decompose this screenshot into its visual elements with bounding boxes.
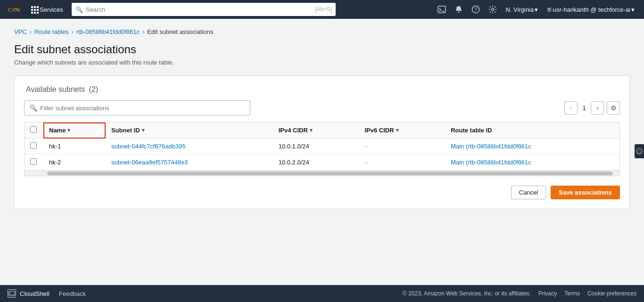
feedback-link[interactable]: Feedback [59,290,86,297]
breadcrumb-route-tables[interactable]: Route tables [34,28,69,35]
subnets-table: Name ▾ Subnet ID ▾ [24,122,620,176]
cell-ipv4-0: 10.0.1.0/24 [273,139,359,155]
action-row: Cancel Save associations [24,186,620,199]
card-header: Available subnets (2) [24,85,620,94]
user-menu[interactable]: tf-usr-harikanth @ techforce-ai ▾ [544,6,638,13]
pagination-settings[interactable]: ⚙ [607,101,620,114]
page-subtitle: Change which subnets are associated with… [14,59,630,66]
svg-point-3 [491,8,494,11]
region-selector[interactable]: N. Virginia ▾ [502,6,542,13]
search-box[interactable]: 🔍 [Alt+S] [72,3,336,16]
settings-icon[interactable] [485,2,500,17]
row-checkbox-0[interactable] [30,142,37,149]
cancel-button[interactable]: Cancel [511,186,546,199]
cell-subnet-id-1[interactable]: subnet-06eaa9ef5757448e3 [106,155,273,171]
ipv6-sort-icon: ▾ [396,127,399,133]
cell-name-1: hk-2 [43,155,106,171]
search-input[interactable] [86,6,312,13]
feedback-side-icon[interactable]: ⬡ [635,144,644,158]
pagination-prev[interactable]: ‹ [564,101,578,114]
bottombar-right: © 2023, Amazon Web Services, Inc. or its… [403,290,636,297]
table-header-row: Name ▾ Subnet ID ▾ [25,122,619,139]
pagination-number: 1 [580,105,588,112]
search-icon: 🔍 [75,6,83,13]
terminal-icon[interactable] [434,2,449,17]
privacy-link[interactable]: Privacy [538,290,557,297]
ipv4-sort-icon: ▾ [310,127,313,133]
col-ipv6[interactable]: IPv6 CIDR ▾ [359,122,445,139]
bottombar: CloudShell Feedback © 2023, Amazon Web S… [0,285,644,302]
cell-ipv6-0: – [359,139,445,155]
cookie-link[interactable]: Cookie preferences [587,290,636,297]
services-menu[interactable]: Services [27,4,67,15]
filter-input[interactable] [40,105,245,112]
content-area: VPC › Route tables › rtb-08586b41fdd0f86… [0,19,644,285]
breadcrumb: VPC › Route tables › rtb-08586b41fdd0f86… [14,28,630,35]
topnav-right: ? N. Virginia ▾ tf-usr-harikanth @ techf… [434,2,639,17]
topnav: Services 🔍 [Alt+S] ? N. Virginia ▾ tf-us… [0,0,644,19]
filter-input-wrap[interactable]: 🔍 [24,100,250,115]
breadcrumb-sep-2: › [72,29,74,35]
breadcrumb-sep-1: › [30,29,32,35]
cell-route-table-0[interactable]: Main (rtb-08586b41fdd0f861c [445,139,619,155]
col-ipv4[interactable]: IPv4 CIDR ▾ [273,122,359,139]
filter-search-icon: 🔍 [29,104,37,112]
svg-text:?: ? [474,7,477,12]
aws-logo[interactable] [6,4,23,15]
cell-route-table-1[interactable]: Main (rtb-08586b41fdd0f861c [445,155,619,171]
svg-text:⬡: ⬡ [637,149,641,154]
cloudshell-icon [8,289,16,298]
main-wrapper: VPC › Route tables › rtb-08586b41fdd0f86… [0,19,644,285]
pagination-next[interactable]: › [591,101,604,114]
scrollbar-thumb [47,171,613,175]
breadcrumb-sep-3: › [142,29,144,35]
page-title: Edit subnet associations [14,43,630,56]
question-icon[interactable]: ? [468,2,483,17]
pagination: ‹ 1 › ⚙ [564,101,620,114]
subnet-id-sort-icon: ▾ [142,127,145,133]
bell-icon[interactable] [451,2,466,17]
terms-link[interactable]: Terms [564,290,580,297]
subnets-card: Available subnets (2) 🔍 ‹ 1 › ⚙ [14,75,630,209]
table-scrollbar[interactable] [25,170,619,176]
cell-subnet-id-0[interactable]: subnet-044fc7cf876adb395 [106,139,273,155]
cloudshell-button[interactable]: CloudShell [8,289,50,298]
col-route-table: Route table ID [445,122,619,139]
row-checkbox-1[interactable] [30,158,37,165]
breadcrumb-rtb-id[interactable]: rtb-08586b41fdd0f861c [76,28,140,35]
filter-row: 🔍 ‹ 1 › ⚙ [24,100,620,115]
col-name[interactable]: Name ▾ [43,122,106,139]
cell-ipv4-1: 10.0.2.0/24 [273,155,359,171]
name-sort-icon: ▾ [67,127,70,133]
search-hint: [Alt+S] [315,6,332,13]
breadcrumb-vpc[interactable]: VPC [14,28,27,35]
table-row: hk-1 subnet-044fc7cf876adb395 10.0.1.0/2… [25,139,619,155]
save-associations-button[interactable]: Save associations [551,186,620,199]
cell-name-0: hk-1 [43,139,106,155]
table-row: hk-2 subnet-06eaa9ef5757448e3 10.0.2.0/2… [25,155,619,171]
cell-ipv6-1: – [359,155,445,171]
svg-rect-0 [438,6,446,13]
breadcrumb-current: Edit subnet associations [147,28,213,35]
select-all-checkbox[interactable] [30,126,37,133]
col-subnet-id[interactable]: Subnet ID ▾ [106,122,273,139]
